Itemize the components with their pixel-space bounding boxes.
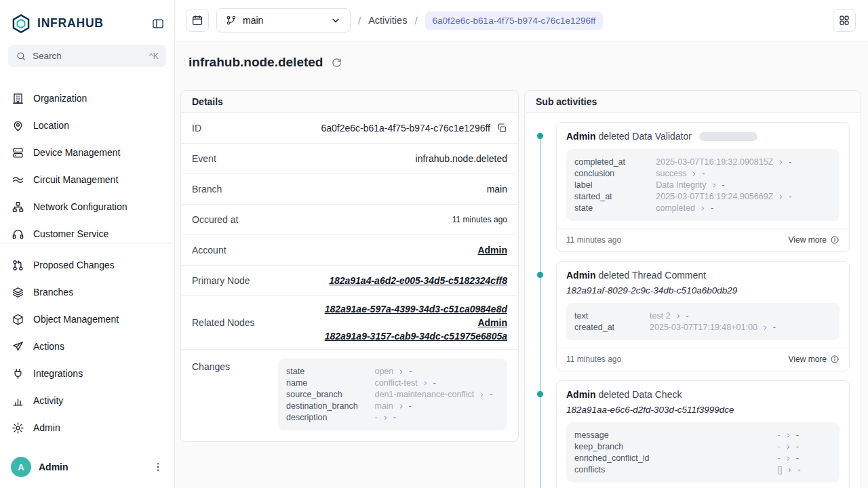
copy-icon[interactable]: [496, 123, 507, 134]
sub-activities-title: Sub activities: [525, 91, 861, 113]
entry-headline: Admin deleted Data Check: [566, 389, 840, 400]
content-area: main / Activities / 6a0f2e6c-b61a-4f75-b…: [175, 0, 868, 488]
arrow-right-icon: [691, 171, 697, 177]
sub-activity-entry: Admin deleted Data Check 182a91aa-e6c6-d…: [556, 380, 850, 488]
changes-box: text test 2- created_at 2025-03-07T17:19…: [566, 303, 840, 340]
breadcrumb-separator: /: [358, 15, 361, 26]
branch-selector[interactable]: main: [216, 8, 351, 33]
activity-id-badge: 6a0f2e6c-b61a-4f75-b974-c76c1e1296ff: [425, 12, 604, 30]
arrow-right-icon: [785, 444, 791, 450]
server-icon: [12, 146, 24, 159]
map-pin-icon: [12, 119, 24, 132]
search-input[interactable]: Search ^K: [8, 45, 166, 67]
plug-icon: [12, 367, 24, 380]
change-row: completed_at 2025-03-07T16:19:32.090815Z…: [574, 157, 831, 167]
related-node-link[interactable]: 182a91ae-597a-4399-34d3-c51ca0984e8d: [325, 304, 507, 314]
timeline-dot: [537, 391, 543, 397]
search-shortcut: ^K: [149, 52, 159, 61]
timeline-dot: [537, 272, 543, 278]
id-value: 6a0f2e6c-b61a-4f75-b974-c76c1e1296ff: [321, 123, 490, 134]
breadcrumb-activities[interactable]: Activities: [368, 15, 407, 26]
bar-chart-icon: [12, 394, 24, 407]
sidebar-item-organization[interactable]: Organization: [0, 85, 174, 112]
arrow-right-icon: [787, 467, 793, 473]
sidebar-item-branches[interactable]: Branches: [0, 279, 174, 306]
primary-node-link[interactable]: 182a91a4-a6d2-e005-34d5-c5182324cff8: [329, 275, 507, 286]
sub-activity-entry: Admin deleted Thread Comment 182a91af-80…: [556, 261, 850, 371]
sidebar-item-network-configuration[interactable]: Network Configuration: [0, 193, 174, 220]
git-branch-icon: [226, 15, 237, 26]
change-row: label Data Integrity-: [574, 180, 831, 190]
branch-selected-label: main: [243, 15, 263, 26]
sidebar-menu-secondary: Proposed Changes Branches Object Managem…: [0, 243, 174, 449]
view-more-link[interactable]: View more: [789, 354, 840, 364]
entry-headline: Admin deleted Data Validator: [566, 131, 840, 142]
timeline-line: [540, 136, 541, 488]
related-node-link[interactable]: 182a91a9-3157-cab9-34dc-c51975e6805a: [325, 331, 507, 342]
related-node-link[interactable]: Admin: [477, 317, 507, 328]
waves-icon: [12, 174, 24, 186]
loading-skeleton: [699, 132, 757, 141]
view-more-link[interactable]: View more: [789, 235, 840, 245]
chevron-down-icon: [330, 15, 341, 26]
search-placeholder: Search: [33, 51, 62, 61]
top-bar: main / Activities / 6a0f2e6c-b61a-4f75-b…: [175, 0, 868, 41]
sub-activity-entry: Admin deleted Data Validator completed_a…: [556, 122, 850, 252]
detail-row-primary-node: Primary Node 182a91a4-a6d2-e005-34d5-c51…: [181, 266, 518, 296]
user-menu-kebab-icon[interactable]: [153, 462, 163, 472]
user-name: Admin: [39, 462, 68, 472]
detail-row-changes: Changes state open- name conflict-test- …: [181, 350, 518, 441]
arrow-right-icon: [398, 369, 404, 375]
headset-icon: [12, 228, 24, 241]
sidebar-item-actions[interactable]: Actions: [0, 333, 174, 360]
change-row: state completed-: [574, 203, 831, 213]
detail-row-related-nodes: Related Nodes 182a91ae-597a-4399-34d3-c5…: [181, 296, 518, 350]
calendar-icon: [191, 14, 203, 26]
arrow-right-icon: [785, 455, 791, 462]
apps-button[interactable]: [833, 9, 856, 32]
change-row: state open-: [286, 367, 499, 376]
collapse-sidebar-icon[interactable]: [151, 17, 165, 30]
sub-activities-body: Admin deleted Data Validator completed_a…: [525, 113, 861, 488]
sidebar-item-admin[interactable]: Admin: [0, 414, 174, 441]
arrow-right-icon: [675, 313, 682, 319]
user-row: A Admin: [0, 449, 174, 488]
sidebar-item-proposed-changes[interactable]: Proposed Changes: [0, 251, 174, 279]
sidebar-item-integrations[interactable]: Integrations: [0, 360, 174, 387]
sidebar-item-object-management[interactable]: Object Management: [0, 306, 174, 333]
entry-footer: 11 minutes ago View more: [557, 228, 849, 251]
breadcrumb-separator: /: [414, 15, 417, 26]
avatar: A: [11, 457, 31, 477]
sidebar-item-activity[interactable]: Activity: [0, 387, 174, 414]
change-row: source_branch den1-maintenance-conflict-: [286, 390, 499, 399]
arrow-right-icon: [785, 432, 791, 439]
timeline-dot: [537, 133, 543, 139]
sidebar-item-location[interactable]: Location: [0, 112, 174, 139]
entry-object-id: 182a91aa-e6c6-d2fd-303d-c511f3999dce: [566, 405, 840, 415]
change-row: description --: [286, 413, 499, 422]
change-row: created_at 2025-03-07T17:19:48+01:00-: [574, 323, 831, 332]
sidebar: INFRAHUB Search ^K Organization Location…: [0, 0, 175, 488]
arrow-right-icon: [700, 205, 706, 211]
infrahub-logo-icon[interactable]: [11, 14, 31, 34]
detail-row-occured-at: Occured at 11 minutes ago: [181, 205, 518, 235]
sidebar-item-device-management[interactable]: Device Management: [0, 139, 174, 166]
changes-box: message -- keep_branch -- enriched_confl…: [566, 422, 840, 483]
title-row: infrahub.node.deleted: [189, 55, 861, 70]
details-card: Details ID 6a0f2e6c-b61a-4f75-b974-c76c1…: [180, 90, 519, 442]
logo-text: INFRAHUB: [37, 16, 104, 30]
timeframe-button[interactable]: [186, 9, 209, 32]
change-row: message --: [574, 430, 831, 440]
sidebar-item-circuit-management[interactable]: Circuit Management: [0, 166, 174, 193]
refresh-icon[interactable]: [331, 57, 342, 68]
changes-box: state open- name conflict-test- source_b…: [278, 359, 507, 430]
change-row: enriched_conflict_id --: [574, 453, 831, 463]
sidebar-item-customer-service[interactable]: Customer Service: [0, 220, 174, 243]
search-icon: [16, 51, 26, 62]
detail-row-event: Event infrahub.node.deleted: [181, 144, 518, 174]
entry-time: 11 minutes ago: [566, 354, 621, 364]
network-icon: [12, 201, 24, 214]
layers-icon: [12, 286, 24, 299]
account-link[interactable]: Admin: [477, 245, 507, 256]
arrow-right-icon: [778, 194, 784, 200]
